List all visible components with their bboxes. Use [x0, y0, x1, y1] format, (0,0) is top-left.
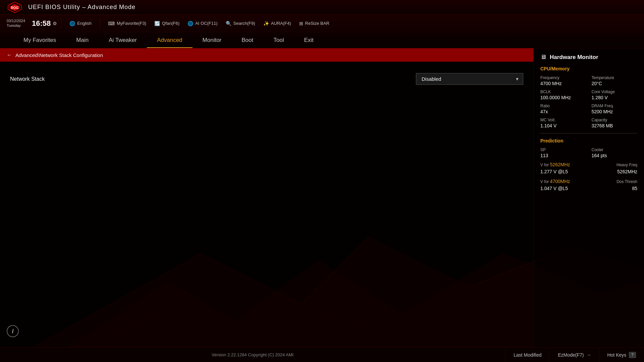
dram-freq-item: DRAM Freq. 5200 MHz — [592, 104, 638, 114]
info-button[interactable]: i — [7, 325, 19, 337]
last-modified-button[interactable]: Last Modified — [505, 348, 549, 362]
hot-keys-label: Hot Keys — [607, 352, 627, 358]
language-button[interactable]: 🌐 English — [65, 19, 96, 27]
breadcrumb-path: Advanced\Network Stack Configuration — [15, 52, 103, 58]
footer: Version 2.22.1284 Copyright (C) 2024 AMI… — [0, 347, 644, 362]
sp-label: SP — [540, 147, 586, 152]
sidebar-divider — [540, 133, 637, 133]
ai-icon: 🌐 — [187, 21, 193, 26]
last-modified-label: Last Modified — [514, 352, 541, 358]
core-voltage-label: Core Voltage — [592, 89, 638, 94]
ratio-label: Ratio — [540, 104, 586, 108]
resize-icon: ⊞ — [299, 21, 303, 26]
settings-icon[interactable]: ⚙ — [53, 21, 57, 26]
network-stack-select-wrapper: Disabled Enabled — [416, 73, 523, 85]
mc-volt-value: 1.104 V — [540, 123, 586, 128]
breadcrumb-back-button[interactable]: ← — [7, 52, 12, 58]
toolbar-divider-2 — [100, 18, 100, 28]
search-button[interactable]: 🔍 Search(F9) — [222, 19, 259, 27]
aura-button[interactable]: ✨ AURA(F4) — [259, 19, 295, 27]
footer-version: Version 2.22.1284 Copyright (C) 2024 AMI — [0, 352, 505, 357]
prediction-grid: SP 113 Cooler 164 pts — [540, 147, 637, 158]
tab-exit[interactable]: Exit — [294, 32, 323, 48]
content-body: Network Stack Disabled Enabled i — [0, 62, 533, 347]
v-4700-row: V for 4700MHz Dos Thresh 1.047 V @L5 85 — [540, 178, 637, 191]
nav-tabs: My Favorites Main Ai Tweaker Advanced Mo… — [0, 32, 644, 48]
monitor-icon: 🖥 — [540, 54, 546, 61]
sp-value: 113 — [540, 153, 586, 158]
tab-boot[interactable]: Boot — [231, 32, 263, 48]
network-stack-select[interactable]: Disabled Enabled — [416, 73, 523, 85]
v-4700-label: V for 4700MHz — [540, 178, 570, 184]
mc-volt-label: MC Volt. — [540, 118, 586, 122]
hot-keys-badge: ? — [629, 352, 636, 358]
svg-text:ROG: ROG — [11, 6, 19, 10]
sidebar-header: 🖥 Hardware Monitor — [540, 54, 637, 61]
ez-mode-button[interactable]: EzMode(F7) → — [549, 348, 599, 362]
info-icon-container: i — [7, 325, 19, 337]
frequency-value: 4700 MHz — [540, 81, 586, 86]
resize-bar-button[interactable]: ⊞ ReSize BAR — [295, 19, 333, 27]
dos-thresh-label: Dos Thresh — [616, 178, 637, 184]
main-layout: ← Advanced\Network Stack Configuration N… — [0, 48, 644, 347]
hot-keys-button[interactable]: Hot Keys ? — [599, 348, 644, 362]
frequency-item: Frequency 4700 MHz — [540, 75, 586, 86]
tab-advanced[interactable]: Advanced — [147, 32, 193, 48]
bclk-label: BCLK — [540, 89, 586, 94]
my-favorite-button[interactable]: ⌨ MyFavorite(F3) — [104, 19, 150, 27]
language-label: English — [77, 21, 92, 26]
v-4700-value: 1.047 V @L5 — [540, 186, 568, 191]
globe-icon: 🌐 — [69, 21, 75, 26]
v-5262-value: 1.277 V @L5 — [540, 169, 568, 174]
dram-freq-value: 5200 MHz — [592, 109, 638, 114]
resize-bar-label: ReSize BAR — [305, 21, 329, 26]
v-5262-label: V for 5262MHz — [540, 162, 570, 168]
core-voltage-item: Core Voltage 1.280 V — [592, 89, 638, 100]
ratio-value: 47x — [540, 109, 586, 114]
qfan-button[interactable]: 🔃 Qfan(F6) — [150, 19, 183, 27]
footer-actions: Last Modified EzMode(F7) → Hot Keys ? — [505, 348, 644, 362]
header-title: UEFI BIOS Utility – Advanced Mode — [28, 4, 136, 11]
ez-mode-label: EzMode(F7) — [558, 352, 584, 358]
tab-monitor[interactable]: Monitor — [193, 32, 232, 48]
tab-main[interactable]: Main — [66, 32, 99, 48]
network-stack-row: Network Stack Disabled Enabled — [10, 68, 523, 89]
date-display: 03/12/2024Tuesday — [7, 19, 25, 27]
capacity-value: 32768 MB — [592, 123, 638, 128]
ez-mode-arrow-icon: → — [587, 352, 591, 357]
aura-icon: ✨ — [263, 21, 269, 26]
content-area: ← Advanced\Network Stack Configuration N… — [0, 48, 533, 347]
cpu-memory-section-title: CPU/Memory — [540, 66, 637, 71]
datetime-block: 03/12/2024Tuesday — [7, 19, 25, 27]
sidebar-title-text: Hardware Monitor — [550, 54, 598, 61]
v-5262-row: V for 5262MHz Heavy Freq 1.277 V @L5 526… — [540, 162, 637, 174]
ratio-item: Ratio 47x — [540, 104, 586, 114]
breadcrumb-bar: ← Advanced\Network Stack Configuration — [0, 48, 533, 62]
bclk-item: BCLK 100.0000 MHz — [540, 89, 586, 100]
network-stack-label: Network Stack — [10, 76, 45, 82]
cooler-label: Cooler — [592, 147, 638, 152]
freq-5262-highlight: 5262MHz — [550, 162, 570, 167]
tab-ai-tweaker[interactable]: Ai Tweaker — [99, 32, 147, 48]
prediction-section-title: Prediction — [540, 138, 637, 143]
heavy-freq-label: Heavy Freq — [616, 162, 637, 168]
rog-logo: ROG — [7, 1, 23, 13]
capacity-label: Capacity — [592, 118, 638, 122]
time-display: 16:58 — [32, 20, 51, 27]
heavy-freq-value: 5262MHz — [617, 169, 637, 174]
cooler-item: Cooler 164 pts — [592, 147, 638, 158]
search-label: Search(F9) — [233, 21, 255, 26]
capacity-item: Capacity 32768 MB — [592, 118, 638, 128]
tab-tool[interactable]: Tool — [263, 32, 294, 48]
cpu-memory-grid: Frequency 4700 MHz Temperature 20°C BCLK… — [540, 75, 637, 128]
my-favorite-label: MyFavorite(F3) — [117, 21, 146, 26]
mc-volt-item: MC Volt. 1.104 V — [540, 118, 586, 128]
hardware-monitor-sidebar: 🖥 Hardware Monitor CPU/Memory Frequency … — [533, 48, 644, 347]
qfan-label: Qfan(F6) — [162, 21, 179, 26]
toolbar: 03/12/2024Tuesday 16:58 ⚙ 🌐 English ⌨ My… — [0, 15, 644, 32]
ai-oc-button[interactable]: 🌐 AI OC(F11) — [183, 19, 221, 27]
bclk-value: 100.0000 MHz — [540, 95, 586, 100]
toolbar-divider-1 — [61, 18, 61, 28]
tab-my-favorites[interactable]: My Favorites — [13, 32, 66, 48]
time-block: 16:58 ⚙ — [32, 20, 57, 27]
